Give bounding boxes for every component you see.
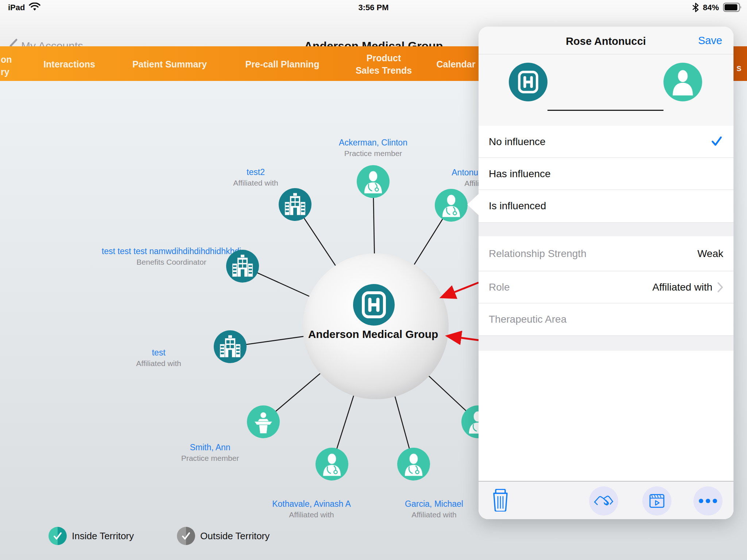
handshake-icon[interactable]: [589, 486, 618, 516]
account-sphere-label: Anderson Medical Group: [308, 328, 438, 341]
node-role-label: Affiliated with: [136, 359, 181, 368]
node-role-label: Affiliated with: [289, 510, 334, 519]
battery-icon: [723, 3, 742, 12]
legend-label: Inside Territory: [72, 530, 134, 542]
app-screen: iPad 3:56 PM 84% My Accounts Anderson Me…: [0, 0, 747, 560]
chevron-right-icon: [717, 282, 723, 292]
panel-callout-tail: [467, 194, 479, 215]
relationship-strength-value: Weak: [697, 248, 723, 260]
influence-option-label: Is influenced: [489, 200, 546, 212]
section-spacer: [479, 222, 734, 237]
panel-header: Rose Antonucci Save: [479, 27, 734, 54]
therapeutic-area-label: Therapeutic Area: [489, 314, 566, 325]
therapeutic-area-row[interactable]: Therapeutic Area: [479, 303, 734, 335]
relationship-detail-panel: Rose Antonucci Save Anderson Medical Gro…: [479, 27, 734, 519]
panel-toolbar: [479, 481, 734, 519]
trash-icon[interactable]: [491, 489, 510, 513]
graph-node-test[interactable]: [214, 330, 247, 363]
relationship-strength-row[interactable]: Relationship Strength Weak: [479, 236, 734, 271]
bluetooth-icon: [692, 3, 699, 12]
graph-node-antonucci[interactable]: [435, 189, 468, 222]
tab-calendar[interactable]: Calendar: [437, 58, 476, 71]
clock: 3:56 PM: [358, 3, 388, 12]
legend-inside-territory: Inside Territory: [49, 527, 134, 545]
building-icon: [280, 190, 310, 219]
influence-option-no-influence[interactable]: No influence: [479, 126, 734, 158]
graph-node-garcia[interactable]: [397, 448, 430, 481]
graph-node-kothavale[interactable]: [316, 448, 348, 481]
node-name-label[interactable]: Ackerman, Clinton: [339, 138, 407, 148]
influence-option-label: Has influence: [489, 168, 551, 180]
section-spacer: [479, 335, 734, 351]
influence-option-label: No influence: [489, 136, 546, 148]
node-name-label[interactable]: Kothavale, Avinash A: [272, 499, 351, 509]
graph-node-smith[interactable]: [247, 405, 280, 438]
node-name-label[interactable]: Garcia, Michael: [405, 499, 463, 509]
influence-option-has-influence[interactable]: Has influence: [479, 158, 734, 190]
comments-field[interactable]: Comments: [479, 351, 734, 481]
role-label: Role: [489, 281, 510, 293]
hospital-icon: [353, 284, 395, 326]
graph-node-test2[interactable]: [279, 188, 311, 221]
tab-selected-clipped[interactable]: s: [734, 46, 747, 81]
device-label: iPad: [8, 3, 25, 12]
node-name-label[interactable]: Smith, Ann: [190, 443, 230, 452]
relationship-pair-section: Anderson Medical Group Antonucci, Rose: [479, 54, 734, 126]
node-role-label: Affiliated with: [233, 179, 278, 187]
doctor-icon: [358, 167, 388, 197]
influence-option-is-influenced[interactable]: Is influenced: [479, 190, 734, 222]
node-role-label: Benefits Coordinator: [136, 258, 206, 267]
building-icon: [215, 332, 245, 362]
battery-percent: 84%: [703, 3, 719, 12]
check-icon: [49, 527, 67, 545]
podium-icon: [248, 407, 278, 437]
account-node-icon: [509, 63, 547, 101]
relationship-line: [547, 110, 663, 111]
legend-label: Outside Territory: [200, 530, 270, 542]
legend-outside-territory: Outside Territory: [177, 527, 270, 545]
tab-pre-call-planning[interactable]: Pre-call Planning: [245, 58, 320, 71]
doctor-icon: [436, 190, 466, 220]
checkmark-icon: [710, 136, 723, 148]
doctor-icon: [317, 449, 347, 479]
building-icon: [228, 251, 258, 281]
node-name-label[interactable]: test test test namwdihdihdihdhidhkhdi: [102, 246, 241, 256]
contact-node-icon: [663, 63, 702, 101]
graph-node-test-test-test-namwdihdihdihdhidhkhdi[interactable]: [226, 250, 259, 283]
role-row[interactable]: Role Affiliated with: [479, 271, 734, 303]
tab-clipped-left[interactable]: on ry: [1, 54, 12, 78]
video-clip-icon[interactable]: [642, 486, 671, 516]
panel-title: Rose Antonucci: [566, 35, 646, 47]
node-name-label[interactable]: test2: [247, 167, 265, 177]
node-role-label: Practice member: [181, 454, 239, 463]
save-button[interactable]: Save: [698, 35, 722, 47]
doctor-icon: [399, 449, 429, 479]
tab-interactions[interactable]: Interactions: [43, 58, 95, 71]
node-role-label: Affiliated with: [411, 510, 456, 519]
more-icon[interactable]: [693, 486, 723, 516]
role-value: Affiliated with: [653, 281, 712, 293]
node-name-label[interactable]: test: [152, 348, 165, 358]
tab-patient-summary[interactable]: Patient Summary: [132, 58, 207, 71]
relationship-strength-label: Relationship Strength: [489, 248, 587, 260]
graph-node-ackerman[interactable]: [357, 165, 390, 198]
wifi-icon: [28, 3, 41, 12]
account-sphere[interactable]: [303, 253, 449, 399]
check-icon: [177, 527, 195, 545]
status-bar: iPad 3:56 PM 84%: [0, 0, 747, 15]
tab-product-sales-trends[interactable]: ProductSales Trends: [356, 52, 412, 77]
node-role-label: Practice member: [344, 149, 402, 158]
